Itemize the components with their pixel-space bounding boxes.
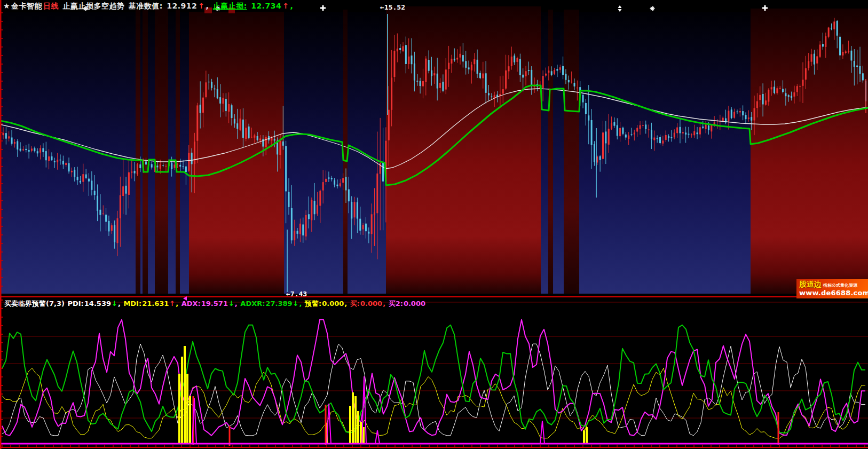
separator: , — [290, 2, 294, 10]
warn-label: 预警: — [305, 300, 321, 308]
down-arrow-icon: ↓ — [228, 300, 234, 308]
down-arrow-icon: ↓ — [112, 300, 117, 308]
adxr-value: 27.389 — [265, 300, 292, 308]
base-value: 12.912 — [167, 2, 197, 10]
separator: , — [118, 300, 121, 308]
app-star-icon: ★ — [3, 2, 10, 10]
high-price-annotation: ←15.52 — [380, 3, 405, 11]
base-up-arrow-icon: ↑ — [198, 2, 204, 10]
period-label[interactable]: 日线 — [43, 2, 59, 10]
watermark-tagline: 指标公式量化资源 — [823, 282, 857, 288]
up-arrow-icon: ↑ — [169, 300, 175, 308]
warn-value: 0.000 — [322, 300, 344, 308]
stop-value-label: 止赢止损: — [213, 2, 247, 10]
adxr-label: ADXR: — [240, 300, 265, 308]
separator: , — [383, 300, 385, 308]
buy-value: 0.000 — [360, 300, 382, 308]
watermark-brand: 股道边 — [799, 280, 822, 289]
main-price-chart[interactable] — [0, 0, 868, 297]
down-arrow-icon: ↓ — [293, 300, 299, 308]
buy-label: 买: — [350, 300, 360, 308]
mdi-label: MDI: — [123, 300, 141, 308]
buy2-value: 0.000 — [404, 300, 425, 308]
adx-value: 19.571 — [201, 300, 228, 308]
pdi-label: PDI: — [67, 300, 83, 308]
pdi-value: 14.539 — [84, 300, 111, 308]
base-value-label: 基准数值: — [129, 2, 163, 10]
buy2-label: 买2: — [389, 300, 403, 308]
watermark-ad[interactable]: 股道边 指标公式量化资源 www.de6688.com — [796, 279, 868, 298]
main-indicator-titlebar: ★金卡智能日线 止赢止损多空趋势 基准数值: 12.912↑, 止赢止损: 12… — [3, 1, 294, 11]
indicator-subtitle: 止赢止损多空趋势 — [62, 2, 124, 10]
stop-value: 12.734 — [251, 2, 281, 10]
mdi-value: 21.631 — [142, 300, 169, 308]
separator: , — [206, 2, 209, 10]
sub-indicator-header: 买卖临界预警(7,3) PDI:14.539↓, MDI:21.631↑, AD… — [4, 300, 426, 308]
separator: , — [176, 300, 178, 308]
low-price-annotation: ←7.43 — [286, 290, 307, 298]
separator: , — [235, 300, 238, 308]
watermark-url[interactable]: www.de6688.com — [799, 289, 866, 297]
separator: , — [344, 300, 347, 308]
indicator-name: 金卡智能 — [11, 2, 42, 10]
sub-indicator-title[interactable]: 买卖临界预警(7,3) — [4, 300, 65, 308]
separator: , — [299, 300, 302, 308]
adx-label: ADX: — [182, 300, 201, 308]
stop-up-arrow-icon: ↑ — [282, 2, 289, 10]
trading-app-window: ★金卡智能日线 止赢止损多空趋势 基准数值: 12.912↑, 止赢止损: 12… — [0, 0, 868, 449]
